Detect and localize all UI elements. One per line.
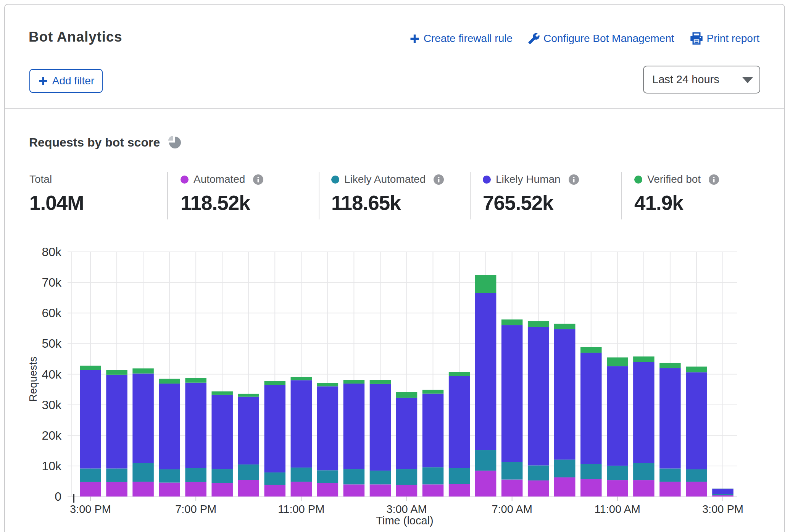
bar-segment[interactable] bbox=[211, 395, 233, 469]
bar-segment[interactable] bbox=[422, 394, 444, 468]
bar-segment[interactable] bbox=[422, 390, 444, 393]
bar-segment[interactable] bbox=[633, 480, 655, 497]
bar-segment[interactable] bbox=[422, 467, 444, 484]
bar-segment[interactable] bbox=[370, 484, 391, 497]
bar-segment[interactable] bbox=[238, 480, 259, 497]
print-report-link[interactable]: Print report bbox=[690, 32, 760, 45]
bar-segment[interactable] bbox=[370, 380, 391, 384]
bar-segment[interactable] bbox=[449, 376, 470, 468]
bar-segment[interactable] bbox=[554, 324, 576, 329]
bar-segment[interactable] bbox=[132, 463, 154, 482]
bar-segment[interactable] bbox=[106, 469, 127, 482]
bar-segment[interactable] bbox=[580, 347, 602, 353]
bar-segment[interactable] bbox=[291, 482, 312, 497]
bar-segment[interactable] bbox=[264, 381, 286, 385]
bar-segment[interactable] bbox=[607, 480, 628, 497]
bar-segment[interactable] bbox=[528, 480, 549, 497]
bar-segment[interactable] bbox=[659, 368, 681, 468]
bar-segment[interactable] bbox=[686, 372, 707, 469]
bar-segment[interactable] bbox=[185, 383, 206, 468]
bar-segment[interactable] bbox=[528, 321, 549, 327]
bar-segment[interactable] bbox=[580, 353, 602, 464]
bar-segment[interactable] bbox=[607, 366, 628, 466]
bar-segment[interactable] bbox=[633, 356, 655, 362]
bar-segment[interactable] bbox=[370, 471, 391, 484]
bar-segment[interactable] bbox=[659, 482, 681, 497]
bar-segment[interactable] bbox=[343, 384, 365, 469]
bar-segment[interactable] bbox=[159, 379, 180, 384]
bar-segment[interactable] bbox=[264, 472, 286, 485]
bar-segment[interactable] bbox=[211, 469, 233, 483]
info-icon[interactable] bbox=[253, 174, 263, 186]
bar-segment[interactable] bbox=[449, 484, 470, 497]
bar-segment[interactable] bbox=[686, 482, 707, 497]
bar-segment[interactable] bbox=[80, 469, 101, 482]
bar-segment[interactable] bbox=[607, 358, 628, 366]
bar-segment[interactable] bbox=[238, 464, 259, 480]
create-firewall-rule-link[interactable]: Create firewall rule bbox=[409, 32, 513, 45]
bar-segment[interactable] bbox=[317, 470, 339, 483]
bar-segment[interactable] bbox=[501, 319, 523, 325]
bar-segment[interactable] bbox=[185, 482, 206, 497]
bar-segment[interactable] bbox=[132, 374, 154, 463]
bar-segment[interactable] bbox=[343, 380, 365, 384]
bar-segment[interactable] bbox=[80, 366, 101, 370]
bar-segment[interactable] bbox=[291, 377, 312, 380]
bar-segment[interactable] bbox=[132, 368, 154, 373]
bar-segment[interactable] bbox=[633, 463, 655, 480]
bar-segment[interactable] bbox=[528, 465, 549, 480]
bar-segment[interactable] bbox=[686, 469, 707, 482]
bar-segment[interactable] bbox=[291, 468, 312, 482]
bar-segment[interactable] bbox=[106, 370, 127, 374]
bar-segment[interactable] bbox=[422, 484, 444, 497]
bar-segment[interactable] bbox=[80, 482, 101, 497]
bar-segment[interactable] bbox=[396, 485, 418, 497]
bar-segment[interactable] bbox=[238, 394, 259, 397]
bar-segment[interactable] bbox=[185, 468, 206, 482]
bar-segment[interactable] bbox=[528, 327, 549, 466]
bar-segment[interactable] bbox=[159, 469, 180, 483]
bar-segment[interactable] bbox=[343, 469, 365, 484]
bar-segment[interactable] bbox=[370, 384, 391, 471]
bar-segment[interactable] bbox=[607, 466, 628, 480]
bar-segment[interactable] bbox=[501, 325, 523, 462]
bar-segment[interactable] bbox=[132, 482, 154, 497]
bar-segment[interactable] bbox=[580, 464, 602, 479]
bar-segment[interactable] bbox=[264, 485, 286, 497]
bar-segment[interactable] bbox=[659, 469, 681, 482]
bar-segment[interactable] bbox=[475, 450, 497, 471]
add-filter-button[interactable]: Add filter bbox=[29, 69, 103, 93]
bar-segment[interactable] bbox=[106, 375, 127, 469]
bar-segment[interactable] bbox=[396, 392, 418, 398]
info-icon[interactable] bbox=[709, 174, 719, 186]
bar-segment[interactable] bbox=[712, 494, 734, 495]
bar-segment[interactable] bbox=[475, 471, 497, 497]
bar-segment[interactable] bbox=[106, 482, 127, 497]
bar-segment[interactable] bbox=[449, 468, 470, 484]
bar-segment[interactable] bbox=[238, 397, 259, 465]
bar-segment[interactable] bbox=[343, 484, 365, 497]
time-range-select[interactable]: Last 24 hours bbox=[643, 66, 760, 94]
bar-segment[interactable] bbox=[633, 362, 655, 463]
bar-segment[interactable] bbox=[396, 469, 418, 485]
bar-segment[interactable] bbox=[396, 398, 418, 469]
bar-segment[interactable] bbox=[686, 367, 707, 372]
bar-segment[interactable] bbox=[554, 459, 576, 477]
bar-segment[interactable] bbox=[475, 293, 497, 450]
info-icon[interactable] bbox=[434, 174, 444, 186]
bar-segment[interactable] bbox=[475, 275, 497, 293]
bar-segment[interactable] bbox=[211, 483, 233, 497]
bar-segment[interactable] bbox=[449, 372, 470, 376]
bar-segment[interactable] bbox=[501, 462, 523, 480]
bar-segment[interactable] bbox=[580, 479, 602, 497]
bar-segment[interactable] bbox=[317, 483, 339, 497]
bar-segment[interactable] bbox=[501, 479, 523, 497]
bar-segment[interactable] bbox=[659, 363, 681, 368]
bar-segment[interactable] bbox=[80, 370, 101, 468]
bar-segment[interactable] bbox=[291, 380, 312, 468]
bar-segment[interactable] bbox=[317, 386, 339, 470]
bar-segment[interactable] bbox=[712, 489, 734, 494]
bar-segment[interactable] bbox=[554, 477, 576, 497]
bar-segment[interactable] bbox=[264, 385, 286, 472]
bar-segment[interactable] bbox=[159, 483, 180, 497]
